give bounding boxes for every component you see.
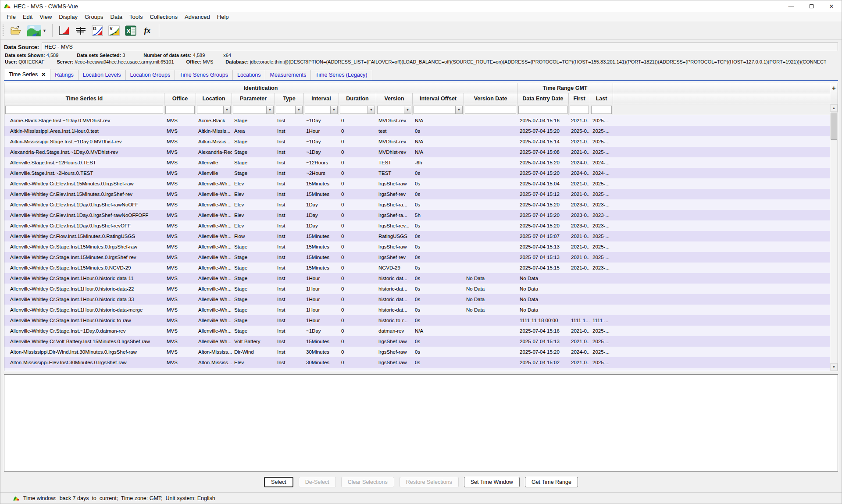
cell-version[interactable]: test [376,126,413,136]
scrollbar-thumb[interactable] [831,113,837,140]
tab-time-series-legacy-[interactable]: Time Series (Legacy) [311,70,372,80]
cell-office[interactable]: MVS [164,126,196,136]
cell-duration[interactable]: 0 [339,326,376,336]
cell-first[interactable]: 2023-0... [569,220,590,231]
cell-location[interactable]: Aitkin-Missis... [196,136,232,147]
cell-duration[interactable]: 0 [339,305,376,315]
cell-office[interactable]: MVS [164,136,196,147]
cell-interval-offset[interactable]: 0s [413,305,464,315]
cell-interval[interactable]: ~1Day [304,136,339,147]
cell-last[interactable]: 1111-... [590,315,613,326]
cell-time-series-id[interactable]: Allenville-Whitley Cr.Elev.Inst.1Day.0.l… [4,199,164,210]
tab-location-levels[interactable]: Location Levels [78,70,126,80]
cell-duration[interactable]: 0 [339,231,376,241]
cell-interval-offset[interactable]: 0s [413,199,464,210]
column-header-6[interactable]: Duration [339,93,376,104]
math-function-button[interactable]: fx [140,24,154,38]
cell-interval[interactable]: 15Minutes [304,189,339,199]
cell-parameter[interactable]: Elev [232,189,275,199]
cell-version-date[interactable] [464,326,517,336]
cell-duration[interactable]: 0 [339,241,376,252]
close-button[interactable]: ✕ [821,0,842,12]
table-row[interactable]: Aitkin-Mississippi.Area.Inst.1Hour.0.tes… [4,126,838,136]
cell-time-series-id[interactable]: Alton-Mississippi.Elev.Inst.30Minutes.0.… [4,357,164,368]
cell-version[interactable]: lrgsShef-raw [376,347,413,357]
cell-version-date[interactable] [464,220,517,231]
cell-first[interactable]: 2021-0... [569,136,590,147]
cell-data-entry-date[interactable]: 2025-07-04 15:20 [517,210,569,220]
cell-parameter[interactable]: Stage [232,315,275,326]
cell-parameter[interactable]: Stage [232,147,275,157]
cell-interval[interactable]: ~1Day [304,115,339,126]
cell-version[interactable]: lrgsShef-rev [376,189,413,199]
cell-parameter[interactable]: Stage [232,284,275,294]
chevron-down-icon[interactable]: ▼ [223,106,231,114]
table-row[interactable]: Allenville-Whitley Cr.Stage.Inst.1Hour.0… [4,284,838,294]
cell-location[interactable]: Allenville-Wh... [196,189,232,199]
filter-combo-8[interactable]: ▼ [414,106,463,114]
cell-duration[interactable]: 0 [339,126,376,136]
cell-parameter[interactable]: Area [232,126,275,136]
table-row[interactable]: Allenville-Whitley Cr.Volt-Battery.Inst.… [4,336,838,347]
cell-interval[interactable]: 1Hour [304,284,339,294]
cell-office[interactable]: MVS [164,284,196,294]
cell-location[interactable]: Allenville-Wh... [196,273,232,284]
cell-data-entry-date[interactable]: 2025-07-04 15:18 [517,368,569,371]
cell-version-date[interactable] [464,178,517,189]
cell-interval[interactable]: 15Minutes [304,263,339,273]
cell-first[interactable]: 2023-0... [569,199,590,210]
cell-time-series-id[interactable]: Allenville-Whitley Cr.Stage.Inst.15Minut… [4,252,164,263]
cell-office[interactable]: MVS [164,273,196,284]
cell-version[interactable]: lrgsShef-ra... [376,210,413,220]
table-row[interactable]: Acme-Black.Stage.Inst.~1Day.0.MVDhist-re… [4,115,838,126]
filter-combo-6[interactable]: ▼ [340,106,375,114]
cell-interval[interactable]: 15Minutes [304,336,339,347]
cell-location[interactable]: Allenville-Wh... [196,315,232,326]
cell-duration[interactable]: 0 [339,252,376,263]
cell-time-series-id[interactable]: Aitkin-Mississippi.Stage.Inst.~1Day.0.MV… [4,136,164,147]
cell-location[interactable]: Allenville-Wh... [196,210,232,220]
cell-version-date[interactable]: No Data [464,305,517,315]
cell-type[interactable]: Inst [275,357,304,368]
cell-interval[interactable]: 1Hour [304,305,339,315]
cell-time-series-id[interactable]: Allenville-Whitley Cr.Volt-Battery.Inst.… [4,336,164,347]
filter-input-0[interactable] [5,106,163,114]
cell-interval-offset[interactable]: N/A [413,147,464,157]
cell-time-series-id[interactable]: Alton-Mississippi.Dir-Wind.Inst.30Minute… [4,347,164,357]
cell-type[interactable]: Inst [275,231,304,241]
cell-parameter[interactable]: Stage [232,136,275,147]
cell-parameter[interactable]: Stage [232,368,275,371]
cell-interval[interactable]: 15Minutes [304,241,339,252]
cell-location[interactable]: Allenville-Wh... [196,199,232,210]
tabulate-button[interactable] [74,24,88,38]
cell-interval[interactable]: 1Hour [304,126,339,136]
cell-interval-offset[interactable]: 0s [413,284,464,294]
table-row[interactable]: Alton-Mississippi.Stage.Inst.30Minutes.0… [4,368,838,371]
cell-office[interactable]: MVS [164,357,196,368]
cell-parameter[interactable]: Stage [232,305,275,315]
table-row[interactable]: Allenville-Whitley Cr.Flow.Inst.15Minute… [4,231,838,241]
cell-parameter[interactable]: Stage [232,263,275,273]
menu-item-tools[interactable]: Tools [126,13,146,21]
cell-office[interactable]: MVS [164,220,196,231]
cell-duration[interactable]: 0 [339,199,376,210]
cell-type[interactable]: Inst [275,336,304,347]
table-row[interactable]: Allenville-Whitley Cr.Elev.Inst.15Minute… [4,189,838,199]
cell-interval[interactable]: 1Day [304,220,339,231]
cell-version-date[interactable] [464,199,517,210]
cell-time-series-id[interactable]: Allenville-Whitley Cr.Flow.Inst.15Minute… [4,231,164,241]
cell-location[interactable]: Alton-Mississ... [196,357,232,368]
cell-version[interactable]: TEST [376,157,413,168]
cell-version[interactable]: lrgsShef-rev [376,252,413,263]
g-plot-button[interactable]: G [90,24,104,38]
cell-office[interactable]: MVS [164,347,196,357]
cell-time-series-id[interactable]: Allenville-Whitley Cr.Stage.Inst.1Hour.0… [4,294,164,305]
cell-data-entry-date[interactable]: 2025-07-04 15:20 [517,126,569,136]
filter-input-10[interactable] [518,106,567,114]
column-header-3[interactable]: Parameter [232,93,275,104]
cell-duration[interactable]: 0 [339,347,376,357]
cell-version[interactable]: historic-dat... [376,284,413,294]
cell-duration[interactable]: 0 [339,294,376,305]
table-row[interactable]: Allenville-Whitley Cr.Stage.Inst.1Hour.0… [4,273,838,284]
cell-type[interactable]: Inst [275,220,304,231]
